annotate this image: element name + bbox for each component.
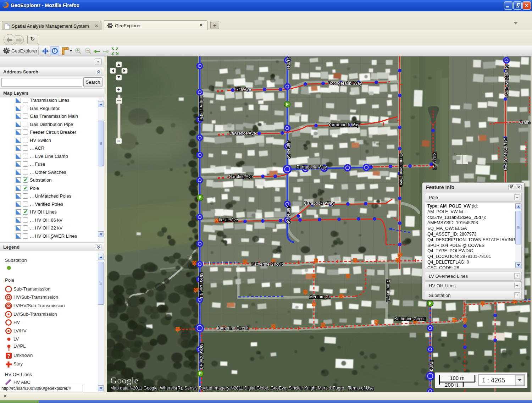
- svg-text:Lawrence Ave: Lawrence Ave: [229, 131, 256, 136]
- svg-text:Boongerabbi Way: Boongerabbi Way: [328, 81, 362, 86]
- svg-text:Mentum Ct: Mentum Ct: [309, 294, 330, 299]
- svg-text:James St: James St: [286, 140, 291, 159]
- svg-text:James St: James St: [286, 205, 291, 223]
- svg-text:McKenzie Rd: McKenzie Rd: [199, 272, 204, 298]
- svg-text:McKenzie Rd: McKenzie Rd: [199, 95, 204, 120]
- svg-text:James: James: [286, 57, 291, 70]
- svg-text:Rita Ave: Rita Ave: [235, 87, 251, 92]
- svg-text:1 : 4265: 1 : 4265: [482, 377, 505, 384]
- svg-text:Roderica Cl: Roderica Cl: [386, 280, 390, 302]
- svg-text:Killara Cl: Killara Cl: [432, 153, 437, 170]
- svg-text:Katherine Circuit: Katherine Circuit: [394, 316, 426, 321]
- svg-text:Irving: Irving: [429, 360, 434, 371]
- svg-text:Cramm: Cramm: [519, 120, 531, 125]
- svg-text:200 ft: 200 ft: [445, 382, 458, 388]
- svg-text:100 m: 100 m: [450, 375, 465, 381]
- svg-text:Yarramundi Way: Yarramundi Way: [328, 122, 359, 127]
- svg-text:Parragoola Way: Parragoola Way: [297, 165, 327, 170]
- svg-text:Carapooka Way: Carapooka Way: [304, 201, 334, 206]
- svg-text:Grandview Grove: Grandview Grove: [503, 137, 508, 171]
- svg-text:Map data ©2011 Google, Whereis: Map data ©2011 Google, Whereis(R), Sensi…: [110, 386, 374, 391]
- svg-text:Katherine Circuit: Katherine Circuit: [217, 326, 249, 331]
- svg-text:Cundlewind Drive: Cundlewind Drive: [399, 153, 404, 187]
- svg-text:Google: Google: [110, 375, 139, 386]
- svg-text:Leslie Ave: Leslie Ave: [219, 217, 238, 222]
- svg-text:?: ?: [7, 353, 10, 359]
- svg-text:Grandview Grove: Grandview Grove: [504, 65, 509, 98]
- svg-text:Caroline Ave: Caroline Ave: [229, 174, 253, 179]
- svg-text:McKenzie Rd: McKenzie Rd: [199, 343, 204, 369]
- svg-text:Katherine Circuit: Katherine Circuit: [251, 262, 283, 267]
